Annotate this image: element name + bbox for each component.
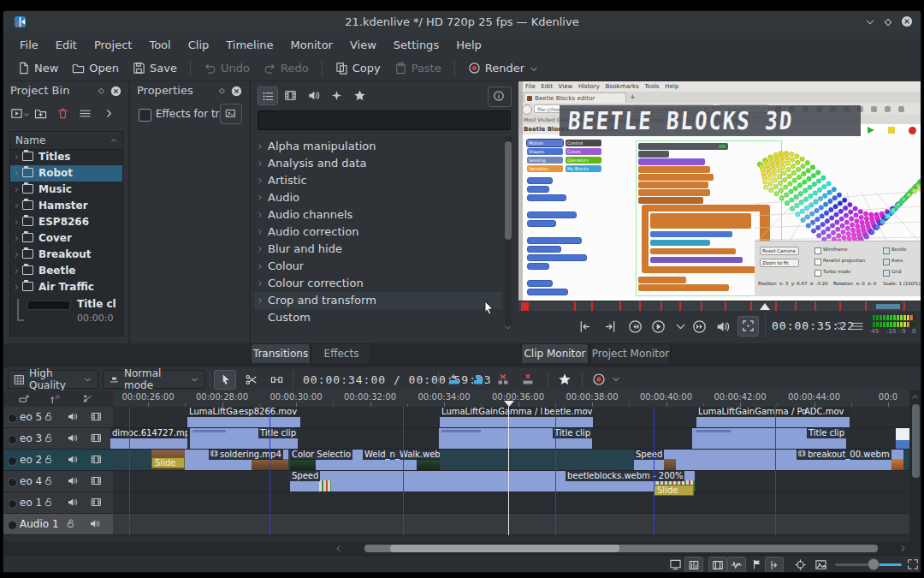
lock-open-icon[interactable] xyxy=(43,497,54,508)
speaker-icon[interactable] xyxy=(715,319,730,334)
timeline-clip[interactable]: Color Selectio xyxy=(290,450,363,470)
play-icon[interactable] xyxy=(651,319,666,334)
chevron-up-icon[interactable] xyxy=(910,392,920,402)
effect-category-colour-correction[interactable]: Colour correction xyxy=(254,275,502,292)
effects-scrollbar-thumb[interactable] xyxy=(505,141,512,240)
copy-button[interactable]: Copy xyxy=(329,58,388,78)
menu-monitor[interactable]: Monitor xyxy=(283,36,341,54)
lock-open-icon[interactable] xyxy=(65,518,76,529)
bin-item-air-traffic[interactable]: Air Traffic xyxy=(10,279,122,295)
chevron-right-icon[interactable] xyxy=(256,159,264,168)
speaker-icon[interactable] xyxy=(67,475,78,486)
chevron-right-icon[interactable] xyxy=(898,544,908,553)
effect-category-custom[interactable]: Custom xyxy=(254,309,502,326)
bin-item-cover[interactable]: Cover xyxy=(10,230,122,247)
close-icon[interactable] xyxy=(231,86,242,97)
bin-item-music[interactable]: Music xyxy=(10,182,122,198)
browser-toolbar-icon[interactable] xyxy=(885,106,891,112)
quality-dropdown[interactable]: High Quality xyxy=(8,370,98,389)
speaker-icon[interactable] xyxy=(89,518,100,529)
chevron-down-icon[interactable] xyxy=(503,323,512,332)
menu-file[interactable]: File xyxy=(12,36,46,54)
timeline-clip[interactable]: Title clip xyxy=(692,428,846,449)
browser-toolbar-icon[interactable] xyxy=(871,106,877,112)
menu-tool[interactable]: Tool xyxy=(141,36,178,54)
checkbox-parallel-projection[interactable]: Parallel projection xyxy=(814,258,891,265)
track-target-dot[interactable] xyxy=(8,414,17,423)
save-button[interactable]: Save xyxy=(126,58,184,78)
timeline-clip[interactable]: Title clip xyxy=(190,428,298,449)
lock-open-icon[interactable] xyxy=(43,432,54,444)
tool-spacer-tool-icon[interactable] xyxy=(265,370,287,390)
menu-settings[interactable]: Settings xyxy=(386,36,447,54)
timeline-clip[interactable]: LumaLiftGainGamma / lbeetle.mov xyxy=(440,407,593,427)
chevron-right-icon[interactable] xyxy=(256,176,264,185)
track-target-dot[interactable] xyxy=(8,456,17,466)
monitor-playhead[interactable] xyxy=(760,303,770,310)
browser-toolbar-icon[interactable] xyxy=(898,106,904,112)
track-header-audio-1[interactable]: Audio 1 xyxy=(3,514,113,535)
palette-category-my-blocks[interactable]: My Blocks xyxy=(566,165,601,172)
rolldown-icon[interactable] xyxy=(864,16,876,28)
zone-button[interactable] xyxy=(737,316,759,337)
show-mixes-button[interactable] xyxy=(684,557,703,573)
palette-category-shapes[interactable]: Shapes xyxy=(527,148,563,155)
chevron-right-icon[interactable] xyxy=(13,186,21,194)
tab-effects[interactable]: Effects xyxy=(311,343,371,363)
new-button[interactable]: New xyxy=(10,58,65,78)
lock-open-icon[interactable] xyxy=(43,411,54,422)
effect-category-colour[interactable]: Colour xyxy=(254,258,502,275)
star-button[interactable] xyxy=(350,86,370,105)
effect-category-alpha-manipulation[interactable]: Alpha manipulation xyxy=(254,138,502,155)
paste-button[interactable]: Paste xyxy=(388,58,448,78)
film-button[interactable] xyxy=(281,86,301,105)
checkbox-wireframe[interactable]: Wireframe xyxy=(814,247,891,254)
speaker-icon[interactable] xyxy=(67,411,78,422)
track-target-dot[interactable] xyxy=(8,499,17,509)
effect-category-artistic[interactable]: Artistic xyxy=(254,172,502,189)
monitor-zone[interactable] xyxy=(876,304,900,309)
code-block-pill[interactable] xyxy=(527,194,566,201)
chevron-right-icon[interactable] xyxy=(256,194,264,202)
code-block-pill[interactable] xyxy=(527,263,549,270)
menu-edit[interactable]: Edit xyxy=(48,36,85,54)
bin-item-robot[interactable]: Robot xyxy=(10,165,122,182)
bin-item-titles[interactable]: Titles xyxy=(10,149,122,165)
chevron-right-icon[interactable] xyxy=(256,262,264,271)
project-bin-tree[interactable]: NameTitlesRobotMusicHamsterESP8266CoverB… xyxy=(9,131,123,337)
film-icon[interactable] xyxy=(91,432,102,444)
bin-clip-item[interactable]: Title cl00:00:0 xyxy=(10,295,122,330)
track-target-icon[interactable] xyxy=(50,393,61,404)
palette-category-sensing[interactable]: Sensing xyxy=(527,157,563,164)
tool-razor-tool-icon[interactable] xyxy=(240,370,262,390)
mark-out-icon[interactable] xyxy=(604,319,619,334)
chevron-right-icon[interactable] xyxy=(13,251,21,259)
tab-transitions[interactable]: Transitions xyxy=(251,343,311,363)
browser-back-button[interactable] xyxy=(522,104,532,115)
open-button[interactable]: Open xyxy=(65,58,126,78)
render-button[interactable]: Render xyxy=(461,58,546,78)
track-lane-eo-1[interactable] xyxy=(113,492,909,514)
chevron-down-icon[interactable] xyxy=(673,319,688,334)
chevron-right-icon[interactable] xyxy=(13,153,21,161)
3d-viewport[interactable] xyxy=(755,131,921,244)
checkbox-beetle[interactable]: Beetle xyxy=(883,247,921,254)
code-block-pill[interactable] xyxy=(527,289,568,295)
effect-category-blur-and-hide[interactable]: Blur and hide xyxy=(254,241,502,258)
bin-item-beetle[interactable]: Beetle xyxy=(10,263,122,279)
effect-category-analysis-and-data[interactable]: Analysis and data xyxy=(254,155,502,172)
extract-zone-icon[interactable] xyxy=(496,372,510,386)
chevron-right-icon[interactable] xyxy=(13,218,21,226)
preview-icon[interactable] xyxy=(814,558,827,571)
snap-button[interactable] xyxy=(765,557,784,573)
timeline-horizontal-scrollbar[interactable] xyxy=(3,542,921,555)
menu-clip[interactable]: Clip xyxy=(181,36,217,54)
show-video-thumbnails-button[interactable] xyxy=(708,557,727,573)
monitor-video[interactable]: File Edit View History Bookmarks Tools H… xyxy=(518,81,921,301)
mark-in-icon[interactable] xyxy=(577,319,591,334)
checkbox-turbo-mode[interactable]: Turbo mode xyxy=(814,269,891,277)
spinner-icon[interactable] xyxy=(833,320,844,331)
render-icon[interactable] xyxy=(592,372,606,386)
track-lane-audio-1[interactable] xyxy=(113,514,909,535)
chevron-right-icon[interactable] xyxy=(256,211,264,219)
